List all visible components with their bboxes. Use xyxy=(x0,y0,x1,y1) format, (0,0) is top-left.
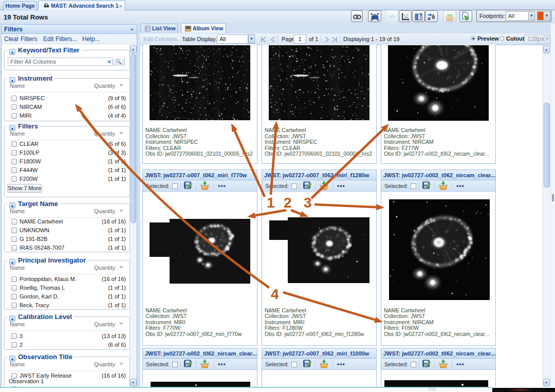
svg-text:1: 1 xyxy=(267,195,275,211)
svg-text:4: 4 xyxy=(271,286,279,302)
svg-text:3: 3 xyxy=(304,195,312,211)
svg-text:2: 2 xyxy=(284,195,292,211)
